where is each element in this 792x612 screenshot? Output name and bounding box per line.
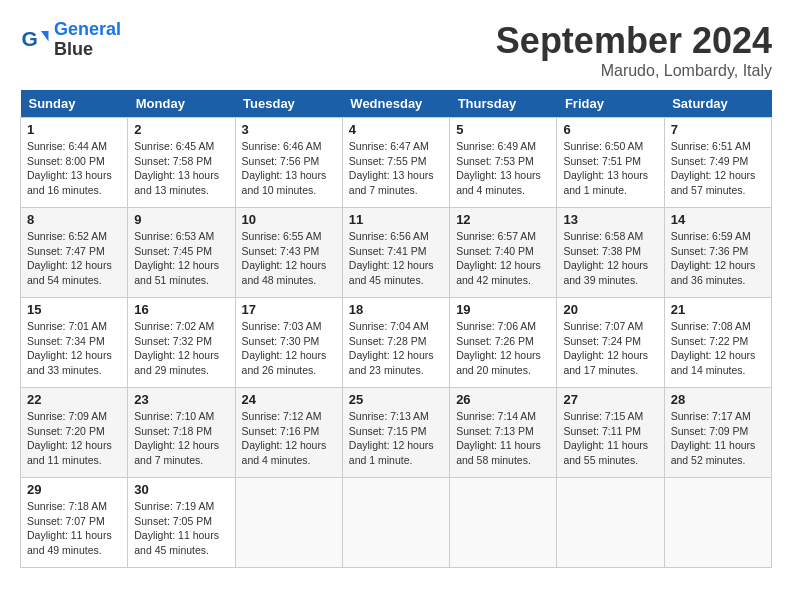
day-info: Sunrise: 7:19 AMSunset: 7:05 PMDaylight:…: [134, 499, 228, 558]
day-info: Sunrise: 7:08 AMSunset: 7:22 PMDaylight:…: [671, 319, 765, 378]
weekday-header-monday: Monday: [128, 90, 235, 118]
day-info: Sunrise: 7:17 AMSunset: 7:09 PMDaylight:…: [671, 409, 765, 468]
day-info: Sunrise: 7:04 AMSunset: 7:28 PMDaylight:…: [349, 319, 443, 378]
day-cell: 20Sunrise: 7:07 AMSunset: 7:24 PMDayligh…: [557, 298, 664, 388]
day-number: 7: [671, 122, 765, 137]
day-cell: 16Sunrise: 7:02 AMSunset: 7:32 PMDayligh…: [128, 298, 235, 388]
day-cell: 19Sunrise: 7:06 AMSunset: 7:26 PMDayligh…: [450, 298, 557, 388]
day-info: Sunrise: 7:06 AMSunset: 7:26 PMDaylight:…: [456, 319, 550, 378]
day-number: 30: [134, 482, 228, 497]
day-number: 2: [134, 122, 228, 137]
day-cell: 5Sunrise: 6:49 AMSunset: 7:53 PMDaylight…: [450, 118, 557, 208]
weekday-header-thursday: Thursday: [450, 90, 557, 118]
day-info: Sunrise: 6:57 AMSunset: 7:40 PMDaylight:…: [456, 229, 550, 288]
day-cell: 26Sunrise: 7:14 AMSunset: 7:13 PMDayligh…: [450, 388, 557, 478]
weekday-header-saturday: Saturday: [664, 90, 771, 118]
day-info: Sunrise: 6:47 AMSunset: 7:55 PMDaylight:…: [349, 139, 443, 198]
day-number: 12: [456, 212, 550, 227]
day-number: 1: [27, 122, 121, 137]
calendar-table: SundayMondayTuesdayWednesdayThursdayFrid…: [20, 90, 772, 568]
svg-marker-1: [41, 31, 49, 42]
day-cell: 29Sunrise: 7:18 AMSunset: 7:07 PMDayligh…: [21, 478, 128, 568]
day-info: Sunrise: 6:46 AMSunset: 7:56 PMDaylight:…: [242, 139, 336, 198]
day-cell: 28Sunrise: 7:17 AMSunset: 7:09 PMDayligh…: [664, 388, 771, 478]
day-number: 24: [242, 392, 336, 407]
day-number: 26: [456, 392, 550, 407]
day-number: 29: [27, 482, 121, 497]
day-number: 14: [671, 212, 765, 227]
day-cell: 4Sunrise: 6:47 AMSunset: 7:55 PMDaylight…: [342, 118, 449, 208]
day-number: 18: [349, 302, 443, 317]
day-info: Sunrise: 6:55 AMSunset: 7:43 PMDaylight:…: [242, 229, 336, 288]
day-number: 8: [27, 212, 121, 227]
day-number: 5: [456, 122, 550, 137]
page-header: G General Blue September 2024 Marudo, Lo…: [20, 20, 772, 80]
day-cell: 1Sunrise: 6:44 AMSunset: 8:00 PMDaylight…: [21, 118, 128, 208]
day-cell: [557, 478, 664, 568]
day-number: 9: [134, 212, 228, 227]
weekday-header-wednesday: Wednesday: [342, 90, 449, 118]
day-info: Sunrise: 7:15 AMSunset: 7:11 PMDaylight:…: [563, 409, 657, 468]
day-info: Sunrise: 6:53 AMSunset: 7:45 PMDaylight:…: [134, 229, 228, 288]
day-cell: 23Sunrise: 7:10 AMSunset: 7:18 PMDayligh…: [128, 388, 235, 478]
day-number: 11: [349, 212, 443, 227]
week-row-4: 22Sunrise: 7:09 AMSunset: 7:20 PMDayligh…: [21, 388, 772, 478]
day-cell: 15Sunrise: 7:01 AMSunset: 7:34 PMDayligh…: [21, 298, 128, 388]
day-cell: [450, 478, 557, 568]
day-number: 23: [134, 392, 228, 407]
day-number: 4: [349, 122, 443, 137]
day-cell: 10Sunrise: 6:55 AMSunset: 7:43 PMDayligh…: [235, 208, 342, 298]
weekday-header-friday: Friday: [557, 90, 664, 118]
day-number: 25: [349, 392, 443, 407]
day-number: 28: [671, 392, 765, 407]
day-cell: 7Sunrise: 6:51 AMSunset: 7:49 PMDaylight…: [664, 118, 771, 208]
week-row-1: 1Sunrise: 6:44 AMSunset: 8:00 PMDaylight…: [21, 118, 772, 208]
day-info: Sunrise: 6:49 AMSunset: 7:53 PMDaylight:…: [456, 139, 550, 198]
day-cell: 6Sunrise: 6:50 AMSunset: 7:51 PMDaylight…: [557, 118, 664, 208]
week-row-5: 29Sunrise: 7:18 AMSunset: 7:07 PMDayligh…: [21, 478, 772, 568]
day-number: 19: [456, 302, 550, 317]
day-number: 17: [242, 302, 336, 317]
day-number: 6: [563, 122, 657, 137]
day-info: Sunrise: 7:07 AMSunset: 7:24 PMDaylight:…: [563, 319, 657, 378]
day-cell: 17Sunrise: 7:03 AMSunset: 7:30 PMDayligh…: [235, 298, 342, 388]
day-info: Sunrise: 6:56 AMSunset: 7:41 PMDaylight:…: [349, 229, 443, 288]
day-cell: 25Sunrise: 7:13 AMSunset: 7:15 PMDayligh…: [342, 388, 449, 478]
day-info: Sunrise: 7:09 AMSunset: 7:20 PMDaylight:…: [27, 409, 121, 468]
day-info: Sunrise: 7:10 AMSunset: 7:18 PMDaylight:…: [134, 409, 228, 468]
day-cell: 3Sunrise: 6:46 AMSunset: 7:56 PMDaylight…: [235, 118, 342, 208]
day-info: Sunrise: 6:52 AMSunset: 7:47 PMDaylight:…: [27, 229, 121, 288]
day-info: Sunrise: 6:51 AMSunset: 7:49 PMDaylight:…: [671, 139, 765, 198]
weekday-header-row: SundayMondayTuesdayWednesdayThursdayFrid…: [21, 90, 772, 118]
day-cell: 12Sunrise: 6:57 AMSunset: 7:40 PMDayligh…: [450, 208, 557, 298]
day-cell: 13Sunrise: 6:58 AMSunset: 7:38 PMDayligh…: [557, 208, 664, 298]
day-info: Sunrise: 6:45 AMSunset: 7:58 PMDaylight:…: [134, 139, 228, 198]
week-row-2: 8Sunrise: 6:52 AMSunset: 7:47 PMDaylight…: [21, 208, 772, 298]
day-cell: 14Sunrise: 6:59 AMSunset: 7:36 PMDayligh…: [664, 208, 771, 298]
title-block: September 2024 Marudo, Lombardy, Italy: [496, 20, 772, 80]
day-info: Sunrise: 7:02 AMSunset: 7:32 PMDaylight:…: [134, 319, 228, 378]
day-number: 15: [27, 302, 121, 317]
logo: G General Blue: [20, 20, 121, 60]
day-cell: [664, 478, 771, 568]
day-number: 20: [563, 302, 657, 317]
day-number: 16: [134, 302, 228, 317]
logo-icon: G: [20, 25, 50, 55]
week-row-3: 15Sunrise: 7:01 AMSunset: 7:34 PMDayligh…: [21, 298, 772, 388]
location: Marudo, Lombardy, Italy: [496, 62, 772, 80]
day-number: 10: [242, 212, 336, 227]
month-title: September 2024: [496, 20, 772, 62]
day-cell: [342, 478, 449, 568]
weekday-header-tuesday: Tuesday: [235, 90, 342, 118]
day-info: Sunrise: 7:12 AMSunset: 7:16 PMDaylight:…: [242, 409, 336, 468]
day-cell: 18Sunrise: 7:04 AMSunset: 7:28 PMDayligh…: [342, 298, 449, 388]
day-info: Sunrise: 6:44 AMSunset: 8:00 PMDaylight:…: [27, 139, 121, 198]
day-info: Sunrise: 6:58 AMSunset: 7:38 PMDaylight:…: [563, 229, 657, 288]
day-cell: 8Sunrise: 6:52 AMSunset: 7:47 PMDaylight…: [21, 208, 128, 298]
day-cell: 21Sunrise: 7:08 AMSunset: 7:22 PMDayligh…: [664, 298, 771, 388]
day-number: 3: [242, 122, 336, 137]
day-cell: 27Sunrise: 7:15 AMSunset: 7:11 PMDayligh…: [557, 388, 664, 478]
day-cell: [235, 478, 342, 568]
day-info: Sunrise: 7:01 AMSunset: 7:34 PMDaylight:…: [27, 319, 121, 378]
day-number: 21: [671, 302, 765, 317]
